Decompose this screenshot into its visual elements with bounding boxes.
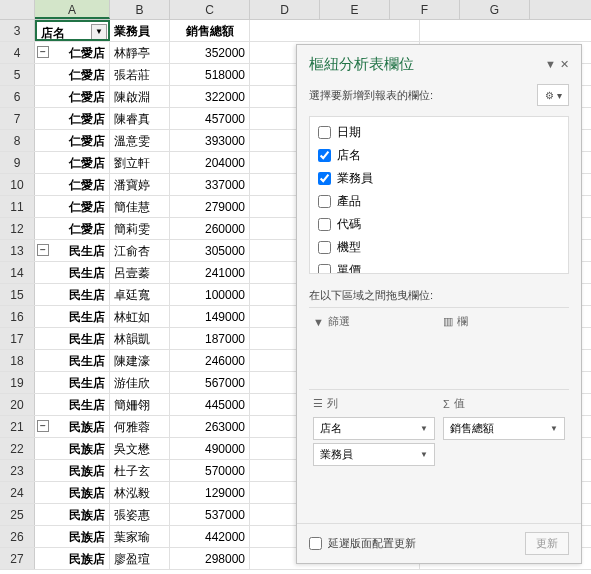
cell-store[interactable]: 民族店 bbox=[35, 526, 110, 547]
cell-total[interactable]: 337000 bbox=[170, 174, 250, 195]
select-all-corner[interactable] bbox=[0, 0, 35, 19]
cell-sales[interactable]: 杜子玄 bbox=[110, 460, 170, 481]
cell-sales[interactable]: 吳文懋 bbox=[110, 438, 170, 459]
cell-store[interactable]: 民族店 bbox=[35, 504, 110, 525]
row-number[interactable]: 10 bbox=[0, 174, 35, 195]
cell-total[interactable]: 352000 bbox=[170, 42, 250, 63]
row-number[interactable]: 23 bbox=[0, 460, 35, 481]
row-number[interactable]: 18 bbox=[0, 350, 35, 371]
cell-sales[interactable]: 潘寶婷 bbox=[110, 174, 170, 195]
cell-total[interactable]: 100000 bbox=[170, 284, 250, 305]
row-number[interactable]: 21 bbox=[0, 416, 35, 437]
cell-total[interactable]: 149000 bbox=[170, 306, 250, 327]
cell-sales[interactable]: 廖盈瑄 bbox=[110, 548, 170, 569]
cell-sales[interactable]: 陳建濠 bbox=[110, 350, 170, 371]
area-row-item[interactable]: 店名▼ bbox=[313, 417, 435, 440]
cell-total[interactable]: 246000 bbox=[170, 350, 250, 371]
cell-total[interactable]: 457000 bbox=[170, 108, 250, 129]
cell-store[interactable]: 仁愛店 bbox=[35, 218, 110, 239]
cell-total[interactable]: 570000 bbox=[170, 460, 250, 481]
row-number[interactable]: 7 bbox=[0, 108, 35, 129]
cell-store[interactable]: 仁愛店 bbox=[35, 174, 110, 195]
col-header-D[interactable]: D bbox=[250, 0, 320, 19]
row-number[interactable]: 27 bbox=[0, 548, 35, 569]
cell-total[interactable]: 490000 bbox=[170, 438, 250, 459]
cell-sales[interactable]: 林韻凱 bbox=[110, 328, 170, 349]
row-number[interactable]: 13 bbox=[0, 240, 35, 261]
collapse-icon[interactable]: − bbox=[37, 420, 49, 432]
collapse-icon[interactable]: − bbox=[37, 46, 49, 58]
field-checkbox[interactable] bbox=[318, 241, 331, 254]
cell-store[interactable]: 民族店 bbox=[35, 438, 110, 459]
col-header-G[interactable]: G bbox=[460, 0, 530, 19]
cell-total[interactable]: 322000 bbox=[170, 86, 250, 107]
field-item[interactable]: 產品 bbox=[314, 190, 564, 213]
row-number[interactable]: 8 bbox=[0, 130, 35, 151]
col-header-E[interactable]: E bbox=[320, 0, 390, 19]
cell-store[interactable]: 仁愛店 bbox=[35, 86, 110, 107]
cell-store[interactable]: 仁愛店 bbox=[35, 108, 110, 129]
cell-total[interactable]: 393000 bbox=[170, 130, 250, 151]
cell-store[interactable]: 仁愛店 bbox=[35, 64, 110, 85]
area-columns[interactable]: ▥欄 bbox=[439, 307, 569, 389]
cell-sales[interactable]: 陳睿真 bbox=[110, 108, 170, 129]
row-number[interactable]: 12 bbox=[0, 218, 35, 239]
chevron-down-icon[interactable]: ▼ bbox=[420, 424, 428, 433]
area-value-item[interactable]: 銷售總額▼ bbox=[443, 417, 565, 440]
cell-total[interactable]: 241000 bbox=[170, 262, 250, 283]
col-header-A[interactable]: A bbox=[35, 0, 110, 19]
defer-checkbox-input[interactable] bbox=[309, 537, 322, 550]
row-number[interactable]: 3 bbox=[0, 20, 35, 41]
area-row-item[interactable]: 業務員▼ bbox=[313, 443, 435, 466]
row-number[interactable]: 19 bbox=[0, 372, 35, 393]
cell-store[interactable]: 仁愛店 bbox=[35, 196, 110, 217]
cell-sales[interactable]: 林虹如 bbox=[110, 306, 170, 327]
filter-dropdown-icon[interactable]: ▼ bbox=[91, 24, 107, 40]
cell-store[interactable]: −民生店 bbox=[35, 240, 110, 261]
cell-sales[interactable]: 游佳欣 bbox=[110, 372, 170, 393]
field-checkbox[interactable] bbox=[318, 172, 331, 185]
cell-total[interactable]: 537000 bbox=[170, 504, 250, 525]
cell-total[interactable]: 305000 bbox=[170, 240, 250, 261]
cell-total[interactable]: 204000 bbox=[170, 152, 250, 173]
row-number[interactable]: 17 bbox=[0, 328, 35, 349]
col-header-B[interactable]: B bbox=[110, 0, 170, 19]
cell-total[interactable]: 129000 bbox=[170, 482, 250, 503]
area-values[interactable]: Σ值 銷售總額▼ bbox=[439, 389, 569, 523]
cell-sales[interactable]: 張姿惠 bbox=[110, 504, 170, 525]
area-rows[interactable]: ☰列 店名▼ 業務員▼ bbox=[309, 389, 439, 523]
cell-sales[interactable]: 簡姍翎 bbox=[110, 394, 170, 415]
field-item[interactable]: 業務員 bbox=[314, 167, 564, 190]
field-item[interactable]: 機型 bbox=[314, 236, 564, 259]
cell-store[interactable]: −民族店 bbox=[35, 416, 110, 437]
cell-sales[interactable]: 卓廷寬 bbox=[110, 284, 170, 305]
cell-sales[interactable]: 林泓毅 bbox=[110, 482, 170, 503]
cell-sales[interactable]: 簡莉雯 bbox=[110, 218, 170, 239]
cell-total[interactable]: 445000 bbox=[170, 394, 250, 415]
col-header-F[interactable]: F bbox=[390, 0, 460, 19]
row-number[interactable]: 20 bbox=[0, 394, 35, 415]
cell-total[interactable]: 260000 bbox=[170, 218, 250, 239]
cell-sales[interactable]: 陳啟淵 bbox=[110, 86, 170, 107]
row-number[interactable]: 15 bbox=[0, 284, 35, 305]
cell-sales[interactable]: 張若莊 bbox=[110, 64, 170, 85]
cell-sales[interactable]: 溫意雯 bbox=[110, 130, 170, 151]
gear-button[interactable]: ⚙ ▾ bbox=[537, 84, 569, 106]
field-item[interactable]: 日期 bbox=[314, 121, 564, 144]
cell-store[interactable]: 民族店 bbox=[35, 460, 110, 481]
cell-total[interactable]: 442000 bbox=[170, 526, 250, 547]
header-store[interactable]: 店名 ▼ bbox=[35, 20, 110, 41]
cell-total[interactable]: 263000 bbox=[170, 416, 250, 437]
defer-layout-checkbox[interactable]: 延遲版面配置更新 bbox=[309, 536, 416, 551]
cell-total[interactable]: 567000 bbox=[170, 372, 250, 393]
cell-sales[interactable]: 何雅蓉 bbox=[110, 416, 170, 437]
field-list[interactable]: 日期店名業務員產品代碼機型單價數量 bbox=[309, 116, 569, 274]
update-button[interactable]: 更新 bbox=[525, 532, 569, 555]
row-number[interactable]: 26 bbox=[0, 526, 35, 547]
row-number[interactable]: 11 bbox=[0, 196, 35, 217]
cell-store[interactable]: 民生店 bbox=[35, 394, 110, 415]
cell-sales[interactable]: 呂壹蓁 bbox=[110, 262, 170, 283]
cell-sales[interactable]: 江俞杏 bbox=[110, 240, 170, 261]
row-number[interactable]: 22 bbox=[0, 438, 35, 459]
dropdown-icon[interactable]: ▼ bbox=[545, 58, 556, 71]
